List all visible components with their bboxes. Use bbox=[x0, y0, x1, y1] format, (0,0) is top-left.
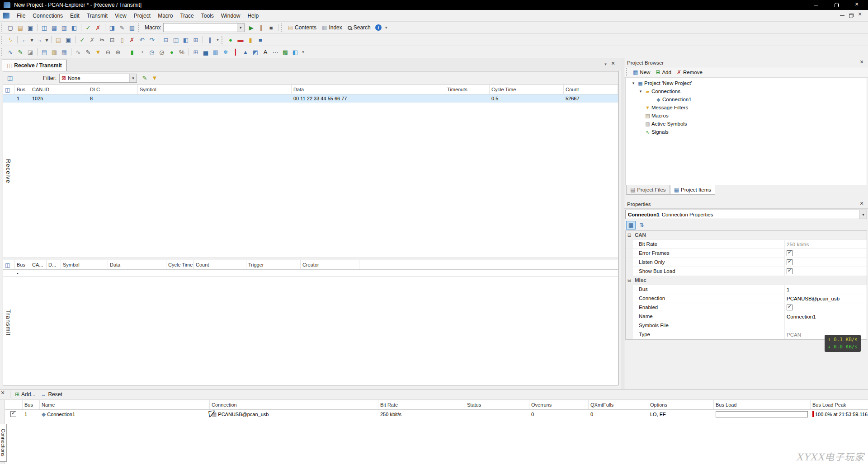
select-column-header[interactable]: ◫ bbox=[3, 260, 15, 269]
menu-item[interactable]: Trace bbox=[176, 11, 197, 21]
pen-icon[interactable]: ✎ bbox=[83, 47, 93, 57]
info-button[interactable]: i bbox=[373, 23, 383, 33]
property-value[interactable]: 250 kbit/s bbox=[785, 240, 867, 248]
menu-item[interactable]: File bbox=[13, 11, 29, 21]
close-panel-icon[interactable] bbox=[860, 202, 865, 207]
new-receive-list-icon[interactable]: ◫ bbox=[5, 73, 15, 83]
column-header[interactable]: Overruns bbox=[529, 400, 589, 409]
pause-update-icon[interactable]: ∥ bbox=[205, 35, 215, 45]
toolbar-overflow-icon[interactable] bbox=[215, 35, 221, 45]
select-column-header[interactable] bbox=[5, 400, 23, 409]
tree-item-connections[interactable]: ▾ ▰ Connections bbox=[626, 87, 867, 95]
column-header[interactable]: Count bbox=[194, 260, 246, 269]
toolbar-grip[interactable] bbox=[1, 36, 4, 44]
new-button[interactable]: ▦ New bbox=[630, 68, 653, 76]
toolbar-grip[interactable] bbox=[1, 48, 4, 56]
tree-item-macros[interactable]: ▤ Macros bbox=[626, 112, 867, 120]
menu-item[interactable]: Connections bbox=[29, 11, 66, 21]
symbolic-view-icon[interactable]: ▥ bbox=[59, 23, 69, 33]
category-expander[interactable] bbox=[626, 249, 633, 258]
gradient-icon[interactable]: ◩ bbox=[250, 47, 260, 57]
percent-icon[interactable]: % bbox=[177, 47, 187, 57]
column-header[interactable]: Count bbox=[564, 85, 618, 94]
property-connection[interactable]: Connection PCANUSB@pcan_usb bbox=[626, 294, 867, 303]
new-transmit-message-icon[interactable]: ◨ bbox=[107, 23, 117, 33]
column-header[interactable]: Data bbox=[108, 260, 166, 269]
tab-project-files[interactable]: ▤ Project Files bbox=[626, 185, 670, 195]
tab-receive-transmit[interactable]: ◫ Receive / Transmit bbox=[2, 60, 67, 71]
histogram-icon[interactable]: ▅ bbox=[201, 47, 211, 57]
column-header[interactable]: Connection bbox=[210, 400, 378, 409]
remove-button[interactable]: ✗ Remove bbox=[674, 68, 705, 76]
check-map-icon[interactable]: ✓ bbox=[83, 23, 93, 33]
menu-item[interactable]: Transmit bbox=[83, 11, 111, 21]
property-show-bus-load[interactable]: Show Bus Load bbox=[626, 267, 867, 276]
symbols-file-icon[interactable]: ▥ bbox=[49, 47, 59, 57]
category-expander[interactable] bbox=[626, 330, 633, 339]
property-value[interactable]: PCANUSB@pcan_usb bbox=[785, 294, 867, 303]
column-header[interactable]: Symbol bbox=[61, 260, 108, 269]
filter-combobox[interactable]: ⊠ None bbox=[59, 74, 137, 83]
column-header[interactable]: Timeouts bbox=[445, 85, 490, 94]
open-icon[interactable]: ▤ bbox=[15, 23, 25, 33]
close-button[interactable] bbox=[847, 0, 868, 10]
index-button[interactable]: ▥ Index bbox=[319, 23, 345, 32]
chevron-down-icon[interactable] bbox=[237, 23, 244, 32]
column-header[interactable]: Cycle Time bbox=[166, 260, 194, 269]
column-header[interactable]: Bus Load Peak bbox=[811, 400, 868, 409]
import-icon[interactable]: ▤ bbox=[53, 35, 63, 45]
erase-icon[interactable]: ◪ bbox=[25, 47, 35, 57]
category-expander[interactable] bbox=[626, 285, 633, 294]
columns-icon[interactable]: ▥ bbox=[211, 47, 221, 57]
column-header[interactable]: Symbol bbox=[138, 85, 292, 94]
stopwatch-icon[interactable]: ◶ bbox=[157, 47, 167, 57]
expander-icon[interactable]: ▾ bbox=[637, 89, 644, 94]
property-enabled[interactable]: Enabled bbox=[626, 303, 867, 312]
category-can[interactable]: ⊟ CAN bbox=[626, 231, 867, 240]
cursor-line-icon[interactable]: ┃ bbox=[231, 47, 241, 57]
category-expander[interactable] bbox=[626, 240, 633, 248]
column-header[interactable]: CAN-ID bbox=[30, 85, 88, 94]
signal-curve-icon[interactable]: ∿ bbox=[73, 47, 83, 57]
redo-icon[interactable]: ↷ bbox=[147, 35, 157, 45]
property-value[interactable] bbox=[785, 321, 867, 330]
delete-icon[interactable]: ✗ bbox=[127, 35, 137, 45]
tab-connections[interactable]: Connections bbox=[0, 424, 7, 462]
cancel-icon[interactable]: ✗ bbox=[93, 23, 103, 33]
property-error-frames[interactable]: Error Frames bbox=[626, 249, 867, 258]
discard-icon[interactable]: ✗ bbox=[87, 35, 97, 45]
new-window-icon[interactable]: ⊞ bbox=[191, 35, 201, 45]
stop-icon[interactable]: ▬ bbox=[236, 35, 245, 45]
menu-item[interactable]: Edit bbox=[66, 11, 83, 21]
menu-item[interactable]: Project bbox=[130, 11, 154, 21]
property-value[interactable] bbox=[785, 303, 867, 312]
column-header[interactable]: Bit Rate bbox=[378, 400, 465, 409]
property-value[interactable] bbox=[785, 267, 867, 276]
category-expander[interactable] bbox=[626, 267, 633, 276]
add-connection-button[interactable]: ⊞ Add... bbox=[12, 390, 38, 399]
tab-project-items[interactable]: ▦ Project Items bbox=[670, 185, 715, 195]
forward-chevron-icon[interactable]: ▾ bbox=[44, 35, 49, 45]
detach-window-icon[interactable]: ◫ bbox=[39, 23, 49, 33]
panel-splitter[interactable] bbox=[624, 195, 868, 200]
mdi-minimize-button[interactable] bbox=[840, 15, 844, 16]
freeze-icon[interactable]: ❄ bbox=[221, 47, 231, 57]
column-header[interactable]: Bus bbox=[15, 260, 30, 269]
column-header[interactable]: Bus Load bbox=[714, 400, 811, 409]
checkbox-icon[interactable] bbox=[787, 259, 793, 265]
category-expander[interactable] bbox=[626, 294, 633, 303]
new-icon[interactable]: ▢ bbox=[5, 23, 15, 33]
tile-vertical-icon[interactable]: ◫ bbox=[171, 35, 181, 45]
select-column-header[interactable]: ◫ bbox=[3, 85, 15, 94]
receive-message-row[interactable]: 1 102h 8 00 11 22 33 44 55 66 77 0.5 526… bbox=[3, 94, 618, 103]
checkbox-icon[interactable] bbox=[787, 305, 793, 310]
column-header[interactable]: Creator bbox=[301, 260, 359, 269]
property-value[interactable]: Connection1 bbox=[785, 312, 867, 321]
contents-button[interactable]: ▤ Contents bbox=[285, 23, 319, 32]
toolbar-grip[interactable] bbox=[222, 36, 224, 44]
modify-filter-icon[interactable]: ✎ bbox=[140, 73, 150, 83]
menu-item[interactable]: Tools bbox=[198, 11, 217, 21]
tile-horizontal-icon[interactable]: ⊟ bbox=[161, 35, 171, 45]
menu-item[interactable]: Window bbox=[217, 11, 244, 21]
line-chart-icon[interactable]: ∿ bbox=[5, 47, 15, 57]
